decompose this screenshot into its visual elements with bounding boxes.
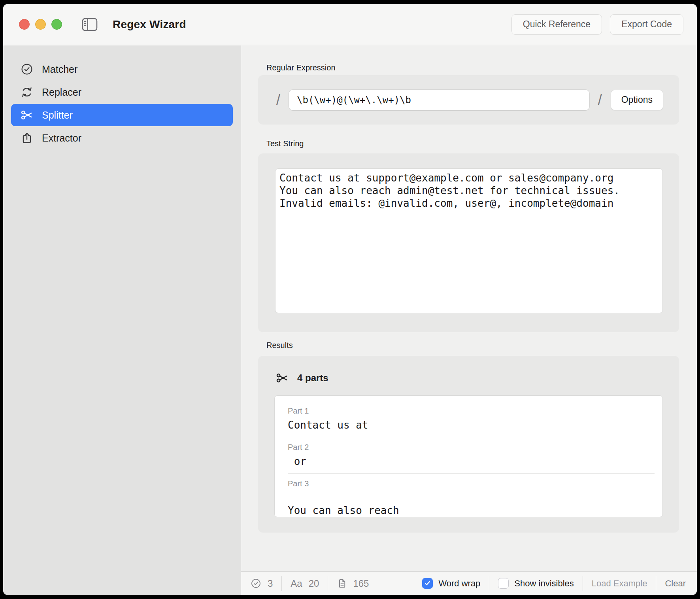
sidebar-item-splitter[interactable]: Splitter [11, 104, 233, 126]
list-item: Part 3 You can also reach [288, 479, 662, 517]
document-icon [337, 578, 347, 589]
list-item: Part 2 or [288, 442, 662, 468]
part-value: You can also reach [288, 491, 662, 517]
regex-open-delimiter: / [276, 92, 280, 108]
results-header: 4 parts [276, 372, 328, 384]
clear-button[interactable]: Clear [665, 578, 686, 589]
share-icon [21, 132, 33, 144]
divider [281, 576, 282, 591]
sidebar-item-label: Replacer [42, 87, 81, 98]
regex-section-label: Regular Expression [266, 63, 336, 72]
sidebar: Matcher Replacer Splitter [3, 45, 241, 595]
zoom-window-button[interactable] [51, 19, 62, 30]
parts-list[interactable]: Part 1 Contact us at Part 2 or Part 3 Yo… [274, 395, 663, 517]
check-circle-icon [251, 578, 261, 589]
options-button[interactable]: Options [611, 90, 663, 110]
titlebar: Regex Wizard Quick Reference Export Code [3, 4, 697, 45]
sidebar-toggle-icon[interactable] [82, 18, 98, 31]
show-invisibles-label: Show invisibles [514, 578, 574, 589]
font-size-icon: Aa [291, 578, 302, 589]
sidebar-item-matcher[interactable]: Matcher [11, 58, 233, 80]
parts-count: 4 parts [297, 372, 328, 384]
font-size-value: 20 [309, 578, 319, 589]
divider [328, 576, 328, 591]
list-item: Part 1 Contact us at [288, 406, 662, 431]
divider [656, 576, 656, 591]
char-count: 165 [353, 578, 369, 589]
divider [583, 576, 583, 591]
word-wrap-checkbox[interactable] [422, 578, 433, 589]
divider [489, 576, 489, 591]
part-label: Part 2 [288, 442, 662, 452]
statusbar: 3 Aa 20 165 Word wrap Show invisibles [241, 571, 697, 595]
test-string-section-label: Test String [266, 139, 304, 148]
part-label: Part 1 [288, 406, 662, 416]
sidebar-item-label: Splitter [42, 110, 73, 121]
results-section-label: Results [266, 341, 293, 350]
scissors-icon [21, 109, 33, 121]
sidebar-item-extractor[interactable]: Extractor [11, 127, 233, 149]
word-wrap-label: Word wrap [438, 578, 480, 589]
regex-pattern-input[interactable]: \b(\w+)@(\w+\.\w+)\b [289, 90, 589, 110]
match-count: 3 [268, 578, 273, 589]
part-value: Contact us at [288, 419, 662, 431]
scissors-icon [276, 372, 289, 384]
part-value: or [288, 455, 662, 468]
regex-close-delimiter: / [598, 92, 602, 108]
minimize-window-button[interactable] [35, 19, 46, 30]
window-title: Regex Wizard [113, 18, 186, 31]
export-code-button[interactable]: Export Code [610, 14, 683, 35]
regex-card: / \b(\w+)@(\w+\.\w+)\b / Options [258, 75, 679, 125]
window-controls [19, 19, 62, 30]
main-content: Regular Expression / \b(\w+)@(\w+\.\w+)\… [242, 45, 697, 571]
check-circle-icon [21, 63, 33, 76]
part-label: Part 3 [288, 479, 662, 488]
show-invisibles-checkbox[interactable] [498, 578, 509, 589]
app-window: Regex Wizard Quick Reference Export Code… [3, 4, 697, 595]
close-window-button[interactable] [19, 19, 30, 30]
test-string-card: Contact us at support@example.com or sal… [258, 153, 679, 332]
divider [288, 437, 655, 437]
sidebar-item-replacer[interactable]: Replacer [11, 81, 233, 103]
sidebar-item-label: Extractor [42, 132, 81, 144]
results-card: 4 parts Part 1 Contact us at Part 2 or P… [258, 356, 679, 533]
refresh-icon [21, 86, 33, 98]
load-example-button[interactable]: Load Example [592, 578, 647, 589]
divider [288, 473, 655, 474]
test-string-input[interactable]: Contact us at support@example.com or sal… [275, 168, 663, 313]
regex-pattern-value: \b(\w+)@(\w+\.\w+)\b [297, 94, 411, 106]
sidebar-item-label: Matcher [42, 64, 77, 75]
quick-reference-button[interactable]: Quick Reference [511, 14, 602, 35]
